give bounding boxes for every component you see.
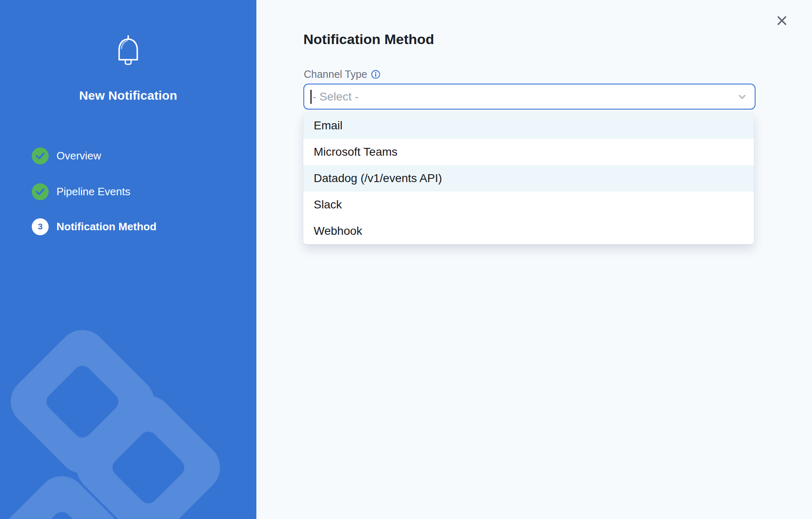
check-icon	[35, 152, 45, 160]
check-icon	[35, 188, 45, 196]
step-complete-badge	[32, 147, 49, 164]
step-notification-method[interactable]: 3 Notification Method	[32, 218, 157, 235]
close-icon	[776, 15, 788, 26]
wizard-title: New Notification	[0, 89, 256, 103]
option-email[interactable]: Email	[303, 112, 754, 139]
chevron-down-icon	[737, 91, 748, 102]
step-label: Overview	[56, 150, 101, 162]
option-microsoft-teams[interactable]: Microsoft Teams	[303, 139, 754, 165]
step-number-badge: 3	[32, 218, 49, 235]
channel-type-label-row: Channel Type	[304, 68, 380, 80]
new-notification-modal: New Notification Overview Pipeline Event…	[0, 0, 812, 519]
bell-icon	[115, 35, 141, 67]
page-title: Notification Method	[303, 31, 434, 47]
option-webhook[interactable]: Webhook	[303, 218, 754, 244]
info-button[interactable]	[371, 70, 380, 79]
step-complete-badge	[32, 183, 49, 200]
step-label: Pipeline Events	[56, 185, 130, 198]
step-label: Notification Method	[56, 220, 157, 233]
close-button[interactable]	[774, 13, 789, 28]
step-overview[interactable]: Overview	[32, 147, 101, 164]
option-slack[interactable]: Slack	[303, 192, 754, 218]
step-pipeline-events[interactable]: Pipeline Events	[32, 183, 130, 200]
text-caret	[310, 90, 312, 104]
option-datadog[interactable]: Datadog (/v1/events API)	[303, 165, 754, 192]
select-placeholder: - Select -	[312, 90, 359, 103]
info-icon	[371, 70, 380, 79]
channel-type-dropdown: Email Microsoft Teams Datadog (/v1/event…	[303, 112, 754, 244]
channel-type-label: Channel Type	[304, 68, 367, 80]
step-number: 3	[38, 222, 43, 231]
brand-watermark-icon	[0, 0, 256, 519]
channel-type-select[interactable]: - Select -	[303, 84, 756, 110]
wizard-sidebar: New Notification Overview Pipeline Event…	[0, 0, 256, 519]
